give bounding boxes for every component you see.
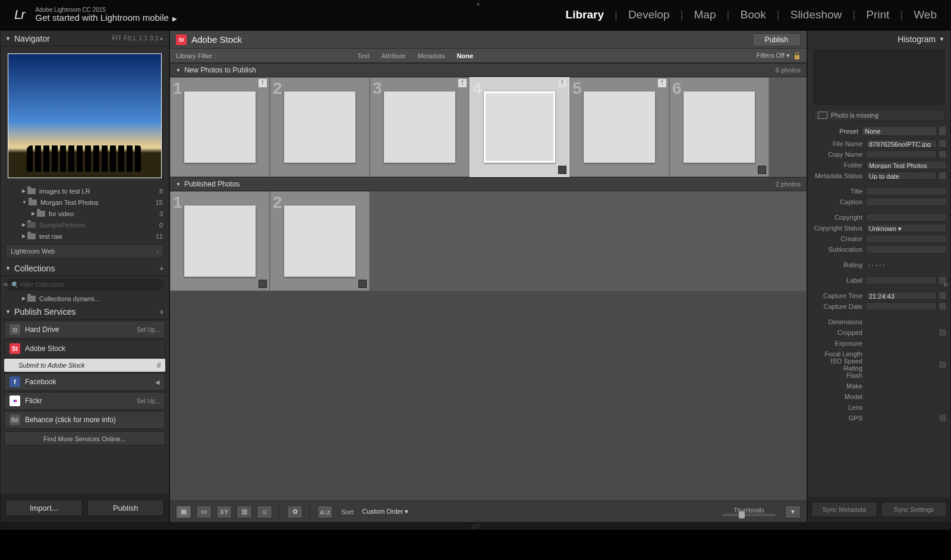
meta-value[interactable]: [866, 213, 947, 222]
find-services-button[interactable]: Find More Services Online...: [4, 431, 165, 445]
publish-service-fl[interactable]: FlickrSet Up...: [4, 392, 165, 410]
photo-thumbnail[interactable]: 1!: [170, 77, 270, 177]
meta-action-button[interactable]: [939, 172, 947, 180]
meta-value[interactable]: [866, 318, 947, 326]
photo-thumbnail[interactable]: 4!: [470, 77, 569, 177]
filmstrip-collapse[interactable]: △▽: [0, 523, 951, 530]
mobile-link[interactable]: Get started with Lightroom mobile▶: [36, 13, 177, 23]
publish-service-be[interactable]: BēBehance (click for more info): [4, 411, 165, 429]
meta-value[interactable]: [866, 393, 947, 401]
folder-row[interactable]: ▼Morgan Test Photos15: [1, 197, 169, 208]
meta-value[interactable]: Unknown ▾: [866, 224, 947, 232]
sync-metadata-button[interactable]: Sync Metadata: [811, 502, 877, 517]
thumbnail-size-slider[interactable]: [722, 514, 776, 516]
meta-action-button[interactable]: [939, 414, 947, 422]
meta-value[interactable]: [866, 187, 947, 195]
meta-value[interactable]: [866, 276, 937, 284]
grid-section-header[interactable]: ▼New Photos to Publish6 photos: [170, 63, 807, 77]
photo-thumbnail[interactable]: 2: [270, 77, 370, 177]
histogram-header[interactable]: Histogram▼: [808, 31, 950, 48]
folder-row[interactable]: ▶images to test LR8: [1, 185, 169, 197]
meta-value[interactable]: [866, 382, 947, 390]
grid-view-button[interactable]: ▦: [176, 505, 191, 518]
module-tab-develop[interactable]: Develop: [628, 8, 670, 21]
meta-value[interactable]: [866, 350, 947, 358]
folder-row[interactable]: ▶SamplePictures0: [1, 219, 169, 230]
folder-row[interactable]: ▶test raw11: [1, 230, 169, 242]
preset-dropdown[interactable]: None: [862, 126, 937, 136]
collection-item[interactable]: ▶Collections dynami...: [1, 293, 169, 304]
collapse-left-icon[interactable]: ◀: [2, 280, 7, 288]
toolbar-menu-button[interactable]: ▾: [785, 505, 801, 518]
loupe-view-button[interactable]: ▭: [196, 505, 212, 518]
navigator-zoom-levels[interactable]: FIT FILL 1:1 3:1 ▸: [112, 35, 164, 42]
meta-value[interactable]: [866, 371, 947, 379]
meta-action-button[interactable]: [939, 140, 947, 148]
meta-value[interactable]: [866, 198, 947, 206]
publish-collection[interactable]: Submit to Adobe Stock8: [4, 359, 165, 372]
sort-direction-button[interactable]: a↓z: [317, 505, 333, 518]
meta-value[interactable]: · · · · ·: [866, 261, 947, 269]
people-view-button[interactable]: ☺: [257, 505, 272, 518]
meta-value[interactable]: [866, 150, 937, 159]
module-tab-print[interactable]: Print: [866, 8, 889, 21]
navigator-preview[interactable]: [8, 53, 162, 178]
photo-thumbnail[interactable]: 3!: [370, 77, 470, 177]
module-tab-web[interactable]: Web: [914, 8, 937, 21]
lock-icon[interactable]: [793, 52, 801, 60]
lightroom-web-button[interactable]: Lightroom Web›: [5, 244, 164, 258]
module-tab-slideshow[interactable]: Slideshow: [791, 8, 842, 21]
photo-thumbnail[interactable]: 6: [669, 77, 769, 177]
filters-off-toggle[interactable]: Filters Off ▾: [756, 52, 790, 59]
meta-value[interactable]: [866, 360, 937, 369]
filter-tab-attribute[interactable]: Attribute: [382, 52, 406, 59]
filter-tab-none[interactable]: None: [457, 52, 474, 59]
meta-value[interactable]: [866, 328, 937, 337]
publish-services-header[interactable]: ▼ Publish Services +: [1, 304, 169, 319]
meta-action-button[interactable]: [939, 360, 947, 369]
folder-row[interactable]: ▶for video3: [1, 208, 169, 219]
grid-section-header[interactable]: ▼Published Photos2 photos: [170, 177, 807, 191]
collections-header[interactable]: ▼ Collections +: [1, 261, 169, 276]
photo-thumbnail[interactable]: 2: [270, 191, 370, 291]
publish-service-hd[interactable]: ⊟Hard DriveSet Up...: [4, 321, 165, 338]
meta-value[interactable]: [866, 339, 947, 347]
photo-thumbnail[interactable]: 1: [170, 191, 270, 291]
collapse-right-icon[interactable]: ▶: [944, 280, 949, 288]
photo-thumbnail[interactable]: 5!: [569, 77, 669, 177]
meta-action-button[interactable]: [939, 150, 947, 159]
publish-service-st[interactable]: StAdobe Stock: [4, 340, 165, 357]
plus-icon[interactable]: +: [159, 264, 164, 273]
meta-value[interactable]: [866, 403, 947, 412]
sync-settings-button[interactable]: Sync Settings: [881, 502, 947, 517]
filter-tab-text[interactable]: Text: [357, 52, 369, 59]
module-tab-book[interactable]: Book: [740, 8, 766, 21]
meta-action-button[interactable]: [939, 328, 947, 337]
photo-missing-warning[interactable]: Photo is missing: [814, 109, 944, 121]
collapse-top-icon[interactable]: ▲: [476, 1, 481, 7]
meta-value[interactable]: 87876256noIPTC.jpg: [866, 140, 937, 148]
meta-value[interactable]: Morgan Test Photos: [866, 161, 947, 169]
meta-action-button[interactable]: [939, 292, 947, 300]
filter-tab-metadata[interactable]: Metadata: [418, 52, 445, 59]
spray-can-button[interactable]: ✿: [287, 505, 303, 518]
meta-action-button[interactable]: [939, 302, 947, 311]
survey-view-button[interactable]: ▥: [237, 505, 252, 518]
meta-value[interactable]: [866, 302, 937, 311]
navigator-header[interactable]: ▼ Navigator FIT FILL 1:1 3:1 ▸: [1, 31, 169, 46]
meta-value[interactable]: [866, 245, 947, 254]
meta-value[interactable]: 21:24:43: [866, 292, 937, 300]
meta-value[interactable]: Up to date: [866, 172, 937, 180]
sort-dropdown[interactable]: Custom Order ▾: [362, 508, 408, 515]
compare-view-button[interactable]: XY: [216, 505, 232, 518]
module-tab-map[interactable]: Map: [694, 8, 716, 21]
meta-value[interactable]: [866, 414, 937, 422]
filter-collections-input[interactable]: 🔍Filter Collections: [5, 279, 164, 290]
publish-button[interactable]: Publish: [87, 499, 165, 516]
module-tab-library[interactable]: Library: [566, 8, 604, 21]
plus-icon[interactable]: +: [159, 307, 164, 317]
meta-value[interactable]: [866, 235, 947, 243]
publish-service-fb[interactable]: fFacebook◀: [4, 373, 165, 391]
publish-action-button[interactable]: Publish: [752, 33, 801, 46]
preset-options-button[interactable]: [939, 126, 947, 136]
